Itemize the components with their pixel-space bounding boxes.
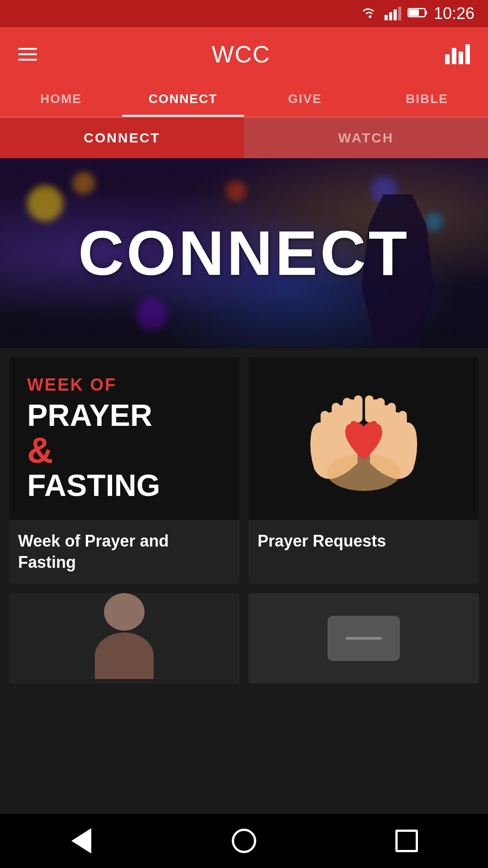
prayer-card-label: Week of Prayer and Fasting <box>9 520 239 584</box>
prayer-requests-card[interactable]: Prayer Requests <box>249 357 479 584</box>
prayer-title-2: FASTING <box>27 468 160 502</box>
device-icon <box>328 616 400 661</box>
top-nav: HOME CONNECT GIVE BIBLE <box>0 81 488 118</box>
prayer-week-of-label: WEEK OF <box>27 375 117 395</box>
recents-button[interactable] <box>389 823 425 859</box>
recents-icon <box>395 830 418 852</box>
app-bar: WCC <box>0 27 488 81</box>
signal-icon <box>385 7 401 20</box>
svg-point-0 <box>369 15 371 18</box>
device-line <box>346 637 382 640</box>
nav-item-bible[interactable]: BIBLE <box>366 81 488 117</box>
content-grid: WEEK OF PRAYER & FASTING Week of Prayer … <box>0 348 488 693</box>
svg-rect-8 <box>354 396 362 423</box>
app-title: WCC <box>211 41 270 68</box>
prayer-requests-image <box>249 357 479 520</box>
wifi-icon <box>362 6 378 22</box>
status-bar: 10:26 <box>0 0 488 27</box>
sub-tab-connect[interactable]: CONNECT <box>0 118 244 158</box>
svg-rect-9 <box>398 411 407 436</box>
partial-card-person[interactable] <box>9 593 239 684</box>
back-icon <box>71 828 91 854</box>
back-button[interactable] <box>63 823 99 859</box>
week-of-prayer-card[interactable]: WEEK OF PRAYER & FASTING Week of Prayer … <box>9 357 239 584</box>
battery-icon <box>408 7 427 20</box>
prayer-title-1: PRAYER <box>27 398 152 432</box>
sub-tabs: CONNECT WATCH <box>0 118 488 158</box>
partial-card-device[interactable] <box>249 593 479 684</box>
svg-rect-6 <box>332 403 340 430</box>
nav-item-give[interactable]: GIVE <box>244 81 366 117</box>
svg-rect-2 <box>425 11 427 14</box>
status-icons: 10:26 <box>362 4 474 23</box>
hamburger-menu-icon[interactable] <box>18 48 37 61</box>
hands-heart-icon <box>300 371 427 506</box>
svg-rect-7 <box>343 398 352 425</box>
svg-rect-3 <box>409 9 419 16</box>
sub-tab-watch[interactable]: WATCH <box>244 118 488 158</box>
svg-rect-5 <box>321 411 329 436</box>
chart-icon[interactable] <box>445 44 470 64</box>
nav-item-home[interactable]: HOME <box>0 81 122 117</box>
home-button[interactable] <box>226 823 262 859</box>
prayer-requests-label: Prayer Requests <box>249 520 479 563</box>
svg-rect-11 <box>376 398 385 425</box>
svg-rect-10 <box>387 403 396 430</box>
status-time: 10:26 <box>434 4 474 23</box>
hero-banner: CONNECT <box>0 158 488 348</box>
bottom-nav <box>0 814 488 868</box>
home-icon <box>232 829 256 853</box>
prayer-ampersand: & <box>27 432 53 468</box>
hero-title: CONNECT <box>78 217 410 290</box>
svg-rect-12 <box>365 396 374 423</box>
nav-item-connect[interactable]: CONNECT <box>122 81 244 117</box>
prayer-card-image: WEEK OF PRAYER & FASTING <box>9 357 239 520</box>
